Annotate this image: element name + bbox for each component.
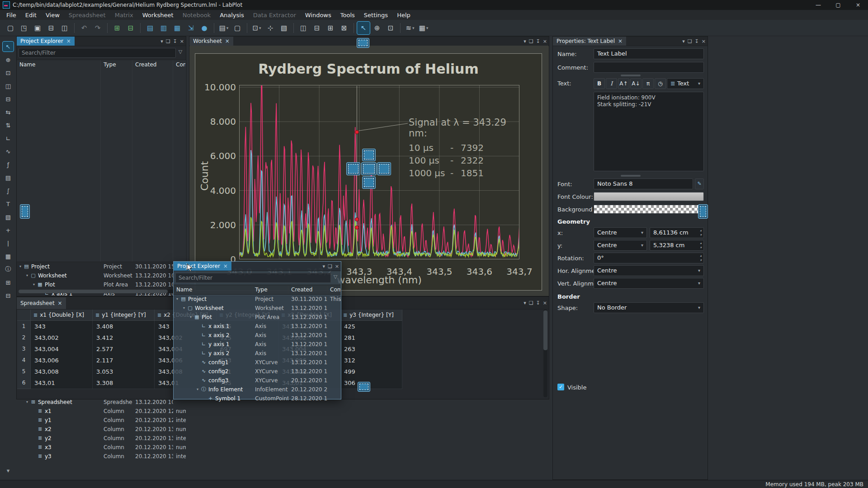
menu-analysis[interactable]: Analysis: [215, 11, 249, 19]
text-mode-combobox[interactable]: ≣ Text: [667, 78, 704, 89]
export-worksheet-button[interactable]: ▤▾: [217, 22, 230, 34]
tab-project-explorer[interactable]: Project Explorer ×: [17, 37, 75, 46]
drop-indicator-left[interactable]: [346, 162, 360, 175]
drop-indicator-outer-top[interactable]: [357, 38, 369, 48]
explorer-row-project[interactable]: ▾▤ProjectProject30.11.2020 15:23This pro…: [17, 262, 186, 271]
drop-indicator-right[interactable]: [377, 162, 391, 175]
tab-close-icon[interactable]: ×: [223, 263, 228, 269]
dock-pin-button[interactable]: ↧: [536, 38, 540, 44]
dock-pin-button[interactable]: ↧: [536, 300, 540, 306]
scrollbar-thumb[interactable]: [543, 310, 547, 350]
add-plot-arrow-icon[interactable]: ▾: [426, 26, 429, 30]
dock-float-button[interactable]: ❏: [328, 263, 332, 269]
expander-icon[interactable]: ▾: [195, 385, 200, 394]
new-matrix-button[interactable]: ▦: [171, 22, 184, 34]
drop-indicator-center[interactable]: [361, 162, 377, 175]
row-header-5[interactable]: 5: [17, 366, 31, 378]
zoom-mode-button[interactable]: ⊡▾: [250, 22, 263, 34]
search-input[interactable]: Search/Filter: [19, 48, 176, 58]
cell-y1-6[interactable]: 3.308: [93, 377, 155, 389]
crosshair-mode-button[interactable]: ⊕: [371, 22, 383, 34]
font-picker-icon[interactable]: ✎: [695, 178, 704, 189]
vert-alignment-combobox[interactable]: Centre: [594, 278, 704, 289]
dock-float-button[interactable]: ❏: [529, 38, 533, 44]
cell-y3-1[interactable]: 425: [340, 321, 402, 333]
dock-float-button[interactable]: ❏: [688, 38, 692, 44]
explorer-hscrollbar[interactable]: [19, 290, 182, 293]
add-info-element-button[interactable]: ⓘ: [3, 264, 14, 274]
tile-windows-button[interactable]: ⊞: [111, 22, 123, 34]
datetime-button[interactable]: ◷: [655, 78, 666, 89]
expander-icon[interactable]: ▾: [188, 313, 193, 322]
floating-explorer-row-symbol-1[interactable]: +Symbol 1CustomPoint28.12.2020 10:06: [174, 394, 341, 403]
explorer-row-x1[interactable]: ≣x1Column20.12.2020 12:39numerical: [17, 407, 186, 416]
floating-explorer-row-y-axis-2[interactable]: ∟y axis 2Axis13.12.2020 10:01: [174, 349, 341, 358]
add-plot-button[interactable]: ▦▾: [417, 22, 430, 34]
add-image-button[interactable]: ▧: [3, 212, 14, 222]
zoom-in-button[interactable]: ⊞: [3, 277, 14, 287]
cell-y1-1[interactable]: 3.408: [93, 321, 155, 333]
search-input[interactable]: Search/Filter: [175, 273, 331, 283]
tab-close-icon[interactable]: ×: [618, 38, 623, 44]
minimize-button[interactable]: —: [808, 0, 828, 10]
break-layout-button[interactable]: ⊠: [338, 22, 350, 34]
column-header-type[interactable]: Type: [252, 285, 288, 294]
floating-explorer-row-config1[interactable]: ∿config1XYCurve13.12.2020 10:09: [174, 358, 341, 367]
font-field[interactable]: Noto Sans 8: [594, 178, 693, 189]
expander-icon[interactable]: ▾: [18, 262, 23, 271]
cell-y3-2[interactable]: 281: [340, 332, 402, 344]
menu-settings[interactable]: Settings: [359, 11, 392, 19]
bold-button[interactable]: B: [594, 78, 605, 89]
visible-checkbox[interactable]: ✓: [557, 384, 564, 390]
dock-close-button[interactable]: ×: [702, 38, 706, 44]
column-header-created[interactable]: Created: [288, 285, 327, 294]
explorer-row-worksheet[interactable]: ▾▢WorksheetWorksheet13.12.2020 10:01: [17, 271, 186, 280]
floating-explorer-row-y-axis-1[interactable]: ∟y axis 1Axis13.12.2020 10:01: [174, 340, 341, 349]
border-shape-combobox[interactable]: No Border: [594, 302, 704, 313]
background-colour-swatch[interactable]: [594, 205, 704, 214]
add-axis-button[interactable]: ∟: [3, 133, 14, 143]
row-header-4[interactable]: 4: [17, 355, 31, 366]
explorer-row-x3[interactable]: ≣x3Column20.12.2020 13:56numerical: [17, 443, 186, 452]
add-analysis-button[interactable]: ∫: [3, 186, 14, 196]
add-reference-line-button[interactable]: |: [3, 238, 14, 248]
filter-icon[interactable]: ▽: [177, 49, 184, 56]
y-position-combobox[interactable]: Centre: [594, 240, 647, 251]
zoom-y-select-button[interactable]: ⊟: [3, 94, 14, 104]
x-position-spinbox[interactable]: 8,61136 cm ▴▾: [650, 227, 704, 238]
explorer-row-plot[interactable]: ▾▦PlotPlot Area13.12.2020 10:01: [17, 280, 186, 289]
column-header-y3[interactable]: ≣y3 {Integer} [Y]: [340, 310, 402, 321]
column-header-type[interactable]: Type: [101, 60, 132, 262]
explorer-row-y1[interactable]: ≣y1Column20.12.2020 12:39integer da: [17, 416, 186, 425]
fit-page-button[interactable]: ⊹: [264, 22, 277, 34]
spin-down-icon[interactable]: ▾: [700, 233, 702, 237]
print-preview-button[interactable]: ◫: [58, 22, 71, 34]
maximize-button[interactable]: ▢: [828, 0, 848, 10]
horizontal-layout-button[interactable]: ⊟: [311, 22, 323, 34]
menu-data-extractor[interactable]: Data Extractor: [249, 11, 301, 19]
comment-field[interactable]: [594, 62, 704, 73]
tab-close-icon[interactable]: ×: [66, 38, 71, 44]
menu-view[interactable]: View: [41, 11, 64, 19]
cell-y1-5[interactable]: 3.053: [93, 366, 155, 378]
hor-alignment-combobox[interactable]: Centre: [594, 265, 704, 276]
drop-indicator-outer-left[interactable]: [20, 204, 30, 219]
dock-float-button[interactable]: ❏: [166, 38, 170, 44]
cascade-windows-button[interactable]: ⊟: [124, 22, 137, 34]
export-worksheet-arrow-icon[interactable]: ▾: [226, 26, 229, 30]
superscript-button[interactable]: A↑: [618, 78, 629, 89]
menu-file[interactable]: File: [2, 11, 21, 19]
scrollbar-thumb[interactable]: [19, 290, 168, 293]
menu-tools[interactable]: Tools: [336, 11, 359, 19]
floating-explorer-row-plot[interactable]: ▾▦PlotPlot Area13.12.2020 10:01: [174, 313, 341, 322]
cell-y3-4[interactable]: 312: [340, 355, 402, 366]
y-position-spinbox[interactable]: 5,3238 cm ▴▾: [650, 240, 704, 251]
add-equation-curve-button[interactable]: ƒ: [3, 160, 14, 169]
tab-worksheet[interactable]: Worksheet ×: [189, 37, 233, 46]
add-curve-button[interactable]: ≋▾: [404, 22, 416, 34]
zoom-x-select-button[interactable]: ◫: [3, 81, 14, 91]
font-colour-swatch[interactable]: [594, 192, 704, 201]
spin-up-icon[interactable]: ▴: [700, 228, 702, 233]
dock-menu-button[interactable]: ▾: [322, 263, 325, 269]
dock-pin-button[interactable]: ↧: [173, 38, 177, 44]
